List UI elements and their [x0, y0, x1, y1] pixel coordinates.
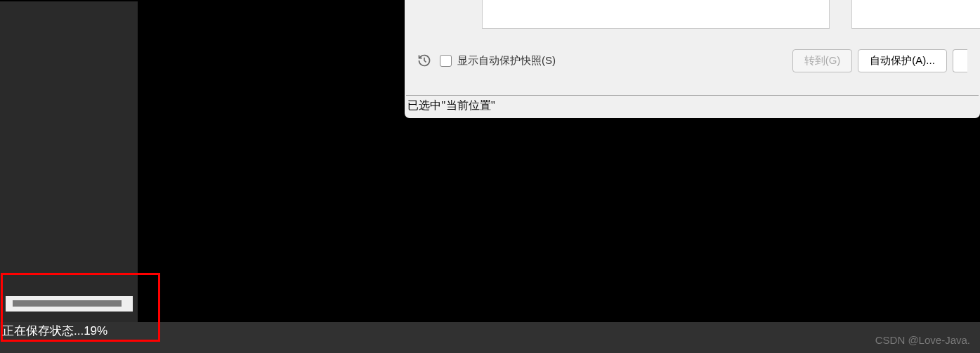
divider [406, 95, 979, 96]
auto-protect-button[interactable]: 自动保护(A)... [858, 49, 947, 72]
content-box-right [851, 0, 980, 29]
extra-button[interactable] [953, 49, 967, 72]
history-icon [417, 53, 431, 68]
snapshot-dialog: 显示自动保护快照(S) 转到(G) 自动保护(A)... 已选中"当前位置" [405, 0, 980, 118]
content-box-left [482, 0, 830, 29]
show-snapshots-checkbox[interactable] [440, 55, 452, 67]
selection-status: 已选中"当前位置" [407, 98, 495, 113]
goto-button: 转到(G) [792, 49, 853, 72]
button-group: 转到(G) 自动保护(A)... [792, 49, 967, 72]
saving-status-text: 正在保存状态...19% [2, 323, 107, 339]
controls-row: 显示自动保护快照(S) 转到(G) 自动保护(A)... [417, 49, 967, 72]
show-snapshots-label[interactable]: 显示自动保护快照(S) [457, 54, 556, 68]
watermark: CSDN @Love-Java. [875, 334, 970, 346]
